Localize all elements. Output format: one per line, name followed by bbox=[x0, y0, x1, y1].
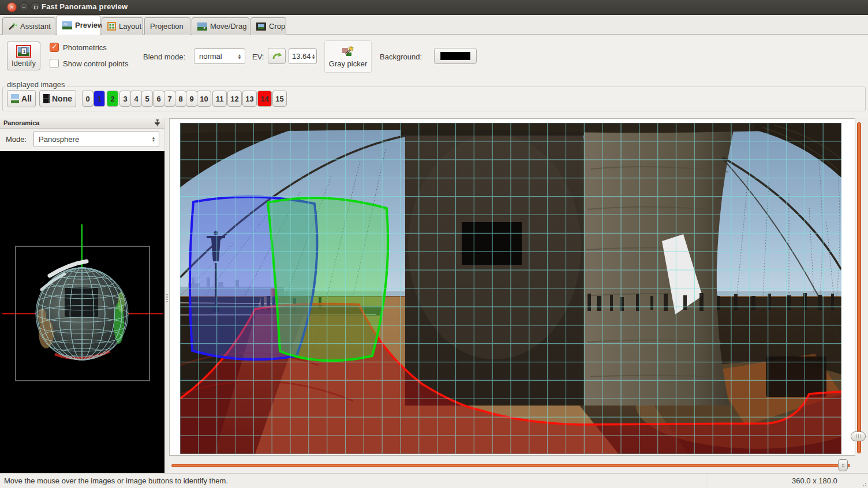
spinner-arrows-icon[interactable]: ▲▼ bbox=[311, 54, 316, 59]
blend-mode-select[interactable]: normal ▲▼ bbox=[194, 48, 245, 64]
statusbar-divider bbox=[706, 475, 706, 487]
status-message: Move the mouse over the images or image … bbox=[4, 476, 228, 485]
show-control-points-label: Show control points bbox=[63, 59, 128, 68]
background-color-button[interactable] bbox=[434, 48, 477, 64]
image-button-0[interactable]: 0 bbox=[82, 91, 93, 107]
image-button-3[interactable]: 3 bbox=[119, 91, 131, 107]
tab-layout[interactable]: Layout bbox=[102, 17, 143, 35]
move-landscape-icon bbox=[197, 22, 207, 31]
layout-grid-icon bbox=[107, 22, 116, 31]
spinner-arrows-icon[interactable]: ▲▼ bbox=[148, 136, 159, 142]
minimize-icon[interactable]: − bbox=[19, 2, 29, 12]
all-images-button[interactable]: All bbox=[7, 90, 36, 107]
image-button-8[interactable]: 8 bbox=[175, 91, 186, 107]
image-button-6[interactable]: 6 bbox=[153, 91, 164, 107]
ev-value: 13.64 bbox=[289, 52, 311, 61]
vertical-slider-handle[interactable] bbox=[851, 431, 866, 441]
horizontal-slider-handle[interactable] bbox=[838, 459, 848, 471]
preview-landscape-icon: GL bbox=[62, 21, 72, 29]
image-button-13[interactable]: 13 bbox=[242, 91, 257, 107]
image-button-1[interactable]: 1 bbox=[93, 91, 105, 107]
panel-splitter[interactable] bbox=[164, 118, 169, 473]
image-button-14[interactable]: 14 bbox=[257, 91, 272, 107]
blend-mode-value: normal bbox=[194, 52, 234, 61]
background-swatch bbox=[440, 52, 470, 60]
ev-reset-button[interactable] bbox=[268, 48, 286, 64]
tab-assistant[interactable]: Assistant bbox=[2, 17, 55, 35]
panosphere-title: Panoramica bbox=[3, 119, 39, 126]
statusbar: Move the mouse over the images or image … bbox=[0, 473, 868, 488]
all-landscape-icon bbox=[11, 94, 19, 103]
tab-label: Move/Drag bbox=[210, 22, 247, 31]
app-window: ✕ − Fast Panorama preview Assistant GL P… bbox=[0, 0, 868, 488]
tab-preview[interactable]: GL Preview bbox=[57, 15, 100, 35]
identify-icon: 1 bbox=[16, 45, 31, 58]
mode-value: Panosphere bbox=[34, 135, 148, 144]
image2-region bbox=[268, 198, 388, 361]
mode-row: Mode: Panosphere ▲▼ bbox=[0, 129, 164, 151]
image-button-10[interactable]: 10 bbox=[197, 91, 211, 107]
pin-icon[interactable] bbox=[154, 119, 160, 127]
splitter-grip-icon[interactable] bbox=[166, 294, 168, 302]
ev-label: EV: bbox=[252, 52, 264, 61]
mode-label: Mode: bbox=[6, 135, 27, 144]
image-button-5[interactable]: 5 bbox=[141, 91, 153, 107]
image-button-12[interactable]: 12 bbox=[227, 91, 242, 107]
svg-text:GL: GL bbox=[63, 22, 69, 26]
show-control-points-checkbox[interactable]: Show control points bbox=[50, 58, 128, 69]
eyedropper-icon bbox=[341, 46, 355, 58]
tab-label: Layout bbox=[119, 22, 141, 31]
image-button-11[interactable]: 11 bbox=[212, 91, 227, 107]
vertical-slider-track[interactable] bbox=[857, 122, 861, 453]
maximize-icon[interactable] bbox=[31, 2, 40, 12]
panosphere-header: Panoramica bbox=[0, 118, 164, 129]
preview-main-panel bbox=[169, 118, 868, 473]
preview-canvas-frame bbox=[169, 118, 855, 456]
blend-mode-label: Blend mode: bbox=[143, 52, 185, 61]
toolbar: 1 Identify Photometrics Show control poi… bbox=[0, 35, 868, 85]
none-dark-icon bbox=[43, 94, 50, 103]
horizontal-slider-track[interactable] bbox=[171, 464, 850, 467]
identify-button[interactable]: 1 Identify bbox=[7, 42, 40, 70]
crop-icon bbox=[256, 22, 266, 31]
ev-spinbox[interactable]: 13.64 ▲▼ bbox=[289, 48, 317, 64]
panosphere-canvas[interactable] bbox=[0, 151, 164, 473]
displayed-images-legend: displayed images bbox=[5, 80, 67, 89]
checkbox-unchecked-icon[interactable] bbox=[50, 59, 59, 68]
photometrics-label: Photometrics bbox=[63, 43, 107, 52]
tab-label: Projection bbox=[150, 22, 184, 31]
tab-label: Crop bbox=[269, 22, 285, 31]
image-button-15[interactable]: 15 bbox=[272, 91, 287, 107]
image-button-2[interactable]: 2 bbox=[107, 91, 118, 107]
image-button-7[interactable]: 7 bbox=[164, 91, 175, 107]
tab-projection[interactable]: Projection bbox=[144, 17, 190, 35]
image-button-4[interactable]: 4 bbox=[130, 91, 142, 107]
window-title: Fast Panorama preview bbox=[42, 2, 128, 11]
svg-text:1: 1 bbox=[23, 48, 26, 54]
gray-picker-button[interactable]: Gray picker bbox=[324, 40, 372, 73]
all-label: All bbox=[21, 94, 32, 103]
background-label: Background: bbox=[380, 52, 422, 61]
identify-label: Identify bbox=[12, 59, 36, 67]
tab-label: Assistant bbox=[20, 22, 51, 31]
mode-select[interactable]: Panosphere ▲▼ bbox=[33, 131, 159, 147]
spinner-arrows-icon[interactable]: ▲▼ bbox=[234, 54, 245, 59]
checkbox-checked-icon[interactable] bbox=[50, 43, 59, 52]
statusbar-divider bbox=[788, 475, 788, 487]
close-icon[interactable]: ✕ bbox=[7, 2, 17, 12]
tab-crop[interactable]: Crop bbox=[250, 17, 286, 35]
pano-dimensions: 360.0 x 180.0 bbox=[792, 476, 837, 485]
gray-picker-label: Gray picker bbox=[329, 59, 367, 68]
green-arrow-icon bbox=[272, 51, 282, 61]
none-label: None bbox=[52, 94, 72, 103]
image-button-9[interactable]: 9 bbox=[186, 91, 197, 107]
panosphere-panel: Panoramica Mode: Panosphere ▲▼ bbox=[0, 118, 164, 473]
resize-grip-icon[interactable] bbox=[860, 480, 867, 487]
panorama-image[interactable] bbox=[180, 123, 841, 454]
tabbar: Assistant GL Preview Layout Projection M… bbox=[0, 15, 868, 35]
titlebar: ✕ − Fast Panorama preview bbox=[0, 0, 868, 15]
tab-label: Preview bbox=[75, 21, 103, 29]
photometrics-checkbox[interactable]: Photometrics bbox=[50, 42, 107, 53]
no-images-button[interactable]: None bbox=[39, 90, 76, 107]
tab-movedrag[interactable]: Move/Drag bbox=[192, 17, 249, 35]
